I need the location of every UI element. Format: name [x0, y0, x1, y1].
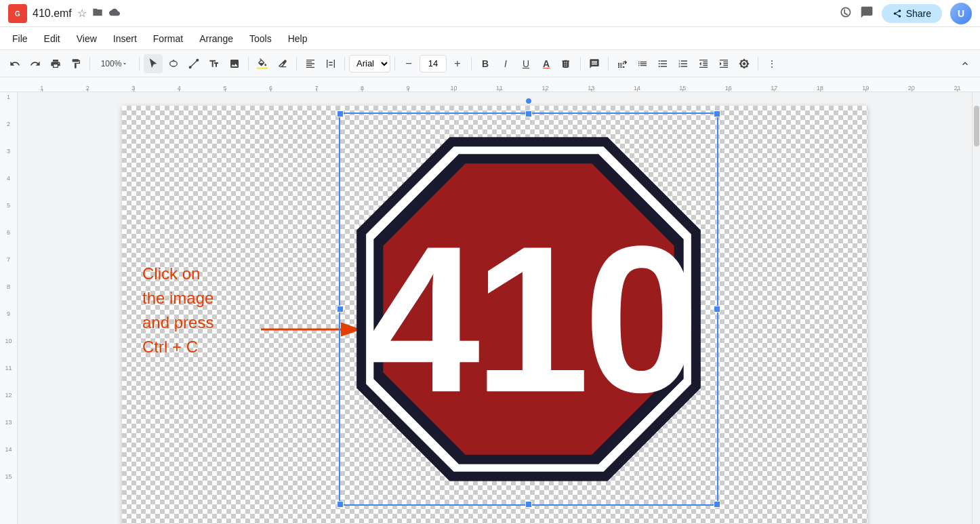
folder-icon[interactable] [92, 7, 103, 20]
sep5 [344, 57, 345, 70]
sep1 [89, 57, 90, 70]
stop-sign-svg: 410 [339, 113, 718, 506]
fill-color-button[interactable] [253, 54, 272, 73]
share-button[interactable]: Share [882, 4, 942, 23]
paint-format-button[interactable] [66, 54, 85, 73]
avatar[interactable]: U [950, 3, 972, 24]
font-color-button[interactable]: A [537, 54, 556, 73]
history-icon[interactable] [838, 5, 852, 22]
bold-button[interactable]: B [476, 54, 495, 73]
print-button[interactable] [46, 54, 65, 73]
cloud-icon[interactable] [108, 7, 121, 20]
right-scrollbar[interactable] [972, 92, 980, 524]
sep2 [139, 57, 140, 70]
sep4 [296, 57, 297, 70]
textbox-button[interactable] [205, 54, 224, 73]
font-size-increase[interactable]: + [448, 54, 467, 73]
sep8 [580, 57, 581, 70]
undo-button[interactable] [5, 54, 24, 73]
font-size-decrease[interactable]: − [399, 54, 418, 73]
comment-icon[interactable] [860, 5, 874, 22]
title-right: Share U [838, 3, 972, 24]
app-icon: G [8, 4, 27, 23]
annotation-text: Click on the image and press Ctrl + C [142, 262, 213, 359]
menu-view[interactable]: View [70, 31, 104, 47]
distribute-button[interactable] [321, 54, 340, 73]
menu-help[interactable]: Help [281, 31, 314, 47]
collapse-toolbar-button[interactable] [956, 54, 975, 73]
font-size-input[interactable] [420, 55, 447, 73]
star-icon[interactable]: ☆ [77, 7, 87, 20]
menu-edit[interactable]: Edit [37, 31, 67, 47]
sep10 [758, 57, 758, 70]
sep6 [394, 57, 395, 70]
stop-sign-element[interactable]: 410 [339, 113, 718, 506]
menu-arrange[interactable]: Arrange [192, 31, 240, 47]
svg-rect-7 [257, 67, 268, 69]
menu-format[interactable]: Format [146, 31, 190, 47]
bullet-list-button[interactable] [653, 54, 672, 73]
file-name: 410.emf [33, 7, 72, 20]
horizontal-ruler: 1 2 3 4 5 6 7 8 9 10 11 12 13 14 15 16 1… [0, 77, 980, 92]
align-text-button[interactable] [613, 54, 632, 73]
document-page: Click on the image and press Ctrl + C [122, 106, 867, 524]
numbered-list-button[interactable] [674, 54, 693, 73]
ruler-marks: 1 2 3 4 5 6 7 8 9 10 11 12 13 14 15 16 1… [19, 85, 980, 92]
svg-point-6 [197, 59, 199, 61]
line-button[interactable] [184, 54, 203, 73]
font-family-select[interactable]: Arial [349, 55, 390, 73]
image-button[interactable] [225, 54, 244, 73]
svg-line-4 [190, 60, 198, 67]
italic-button[interactable]: I [496, 54, 515, 73]
scrollbar-thumb[interactable] [974, 106, 979, 146]
align-left-button[interactable] [301, 54, 320, 73]
toolbar: 100% Arial − + B I U A [0, 50, 980, 77]
svg-point-2 [170, 61, 178, 66]
menu-file[interactable]: File [5, 31, 35, 47]
increase-indent-button[interactable] [714, 54, 733, 73]
sep7 [471, 57, 472, 70]
svg-text:G: G [15, 10, 20, 18]
svg-text:410: 410 [364, 202, 693, 435]
annotation-line3: and press [142, 310, 213, 335]
decrease-indent-button[interactable] [694, 54, 713, 73]
canvas-area[interactable]: Click on the image and press Ctrl + C [18, 92, 972, 524]
list-button[interactable] [633, 54, 652, 73]
menu-bar: File Edit View Insert Format Arrange Too… [0, 27, 980, 50]
annotation-line1: Click on [142, 262, 213, 286]
underline-button[interactable]: U [516, 54, 535, 73]
lasso-button[interactable] [164, 54, 183, 73]
sep9 [608, 57, 609, 70]
annotation-line2: the image [142, 286, 213, 310]
title-left: G 410.emf ☆ [8, 4, 121, 23]
menu-tools[interactable]: Tools [243, 31, 279, 47]
svg-point-5 [189, 66, 191, 68]
menu-insert[interactable]: Insert [106, 31, 144, 47]
title-bar: G 410.emf ☆ Share U [0, 0, 980, 27]
more-options-button[interactable]: ⋮ [762, 54, 781, 73]
share-label: Share [906, 8, 931, 19]
add-comment-toolbar-button[interactable] [585, 54, 604, 73]
sep3 [248, 57, 249, 70]
clear-format-button[interactable] [735, 54, 754, 73]
main-area: 1 2 3 4 5 6 7 8 9 10 11 12 13 14 15 Clic… [0, 92, 980, 524]
eraser-button[interactable] [273, 54, 292, 73]
zoom-button[interactable]: 100% [94, 54, 135, 73]
rotate-handle[interactable] [525, 98, 532, 104]
highlight-button[interactable] [557, 54, 576, 73]
vertical-ruler: 1 2 3 4 5 6 7 8 9 10 11 12 13 14 15 [0, 92, 18, 524]
select-button[interactable] [144, 54, 163, 73]
redo-button[interactable] [26, 54, 45, 73]
annotation-line4: Ctrl + C [142, 335, 213, 359]
